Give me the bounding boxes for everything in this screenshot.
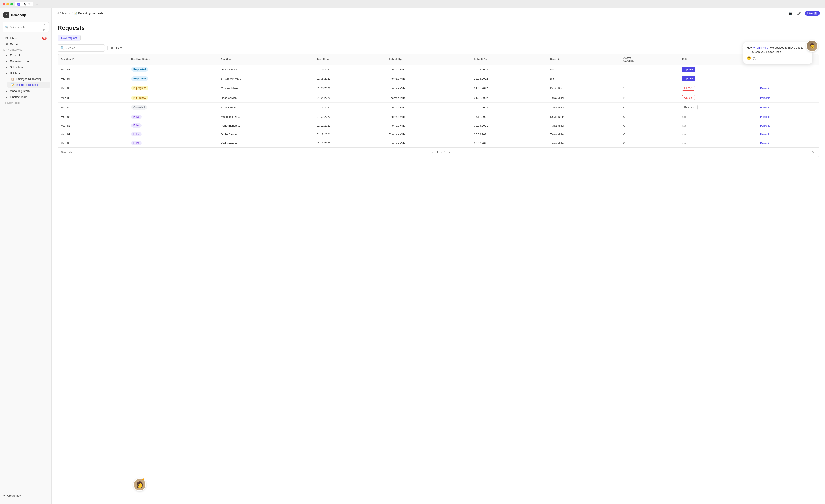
sidebar-item-general[interactable]: ▶ General	[1, 52, 50, 58]
cell-position-id: Mar_81	[58, 130, 128, 139]
cell-submit-date: 06.09.2021	[471, 121, 547, 130]
cell-position: Junior Conten...	[218, 65, 314, 74]
minimize-window-button[interactable]	[6, 3, 9, 5]
cell-active: 0	[620, 139, 679, 148]
cell-position: Content Mana...	[218, 83, 314, 93]
cell-position: Head of Mar...	[218, 93, 314, 103]
cell-start-date: 01.05.2022	[314, 74, 386, 83]
next-page-button[interactable]: ›	[447, 150, 452, 155]
table-row: Mar_86 In progress Content Mana... 01.03…	[58, 83, 819, 93]
prev-page-button[interactable]: ‹	[430, 150, 435, 155]
titlebar: U Uify ✕ +	[0, 0, 825, 8]
new-tab-button[interactable]: +	[35, 2, 39, 6]
chevron-right-icon: ▶	[5, 95, 8, 98]
pointer-icon: ▲	[141, 477, 145, 481]
breadcrumb-current-page[interactable]: 📝 Recruiting Requests	[74, 12, 103, 15]
app-layout: D Democorp ▾ 🔍 ⌘ + P ✉ Inbox 12 ⊞ Overvi…	[0, 8, 825, 504]
table-search-input[interactable]	[66, 47, 102, 50]
microphone-icon[interactable]: 🎤	[796, 10, 802, 16]
search-input[interactable]	[10, 26, 42, 29]
browser-tab[interactable]: U Uify ✕	[15, 1, 33, 6]
personio-link[interactable]: Personio	[760, 115, 770, 118]
col-submit-date: Submit Date	[471, 54, 547, 65]
new-request-button[interactable]: New request	[58, 35, 81, 41]
col-position: Position	[218, 54, 314, 65]
sidebar-item-label: General	[10, 54, 47, 57]
sidebar-item-sales-team[interactable]: ▶ Sales Team	[1, 64, 50, 70]
personio-link[interactable]: Personio	[760, 87, 770, 90]
close-window-button[interactable]	[3, 3, 5, 5]
live-button[interactable]: Live 2	[805, 11, 820, 16]
cell-personio: -	[757, 65, 819, 74]
chevron-down-icon: ▶	[5, 71, 8, 75]
sidebar-item-overview[interactable]: ⊞ Overview	[1, 41, 50, 47]
chat-text-before: Hey	[747, 46, 753, 49]
cell-start-date: 01.03.2022	[314, 83, 386, 93]
cell-submit-date: 13.03.2022	[471, 74, 547, 83]
create-new-button[interactable]: + Create new	[3, 492, 48, 499]
cell-position: Sr. Marketing ...	[218, 103, 314, 113]
cancel-button[interactable]: Cancel	[682, 95, 695, 100]
create-new-label: Create new	[7, 494, 21, 497]
personio-link[interactable]: Personio	[760, 133, 770, 136]
cell-submit-by: Thomas Miller	[386, 74, 471, 83]
sidebar-item-label: Recruiting Requests	[16, 83, 47, 86]
cell-active: -	[620, 65, 679, 74]
sidebar-item-operations-team[interactable]: ▶ Operations Team	[1, 58, 50, 64]
breadcrumb-team[interactable]: HR Team ▾	[57, 12, 70, 15]
cell-position-id: Mar_86	[58, 83, 128, 93]
cell-edit: Cancel	[679, 93, 757, 103]
personio-link[interactable]: Personio	[760, 124, 770, 127]
mention-button[interactable]: @	[753, 56, 756, 60]
table-row: Mar_84 Cancelled Sr. Marketing ... 01.04…	[58, 103, 819, 113]
sidebar-item-inbox[interactable]: ✉ Inbox 12	[1, 35, 50, 41]
filter-button[interactable]: ⚙ Filters	[107, 45, 125, 51]
cell-edit: n/a	[679, 130, 757, 139]
refresh-button[interactable]: ↻	[810, 150, 815, 155]
col-submit-by: Submit By	[386, 54, 471, 65]
personio-link[interactable]: Personio	[760, 96, 770, 99]
camera-icon[interactable]: 📷	[788, 10, 794, 16]
cell-active: 5	[620, 83, 679, 93]
cell-position-id: Mar_87	[58, 74, 128, 83]
sidebar-item-hr-team[interactable]: ▶ HR Team	[1, 70, 50, 76]
status-badge: Requested	[131, 76, 148, 81]
chat-bubble: Hey @Tanja Miller we decided to move thi…	[743, 42, 812, 64]
total-pages: 3	[444, 151, 445, 154]
breadcrumb: HR Team ▾ / 📝 Recruiting Requests	[57, 12, 103, 15]
cell-submit-by: Thomas Miller	[386, 113, 471, 121]
cell-edit: n/a	[679, 121, 757, 130]
cell-active: 0	[620, 113, 679, 121]
chat-mention[interactable]: @Tanja Miller	[753, 46, 769, 49]
quick-search[interactable]: 🔍 ⌘ + P	[3, 22, 49, 32]
table-search-box[interactable]: 🔍	[58, 45, 105, 52]
status-badge: In progress	[131, 86, 148, 90]
personio-link[interactable]: Personio	[760, 142, 770, 145]
org-switcher[interactable]: D Democorp ▾	[0, 11, 51, 19]
cell-start-date: 01.04.2022	[314, 103, 386, 113]
update-button[interactable]: Update	[682, 76, 695, 81]
resubmit-button[interactable]: Resubmit	[682, 105, 697, 110]
emoji-reaction-button[interactable]: 🙂	[747, 56, 751, 60]
cell-active: 2	[620, 93, 679, 103]
col-start-date: Start Date	[314, 54, 386, 65]
sidebar-item-label: Operations Team	[10, 60, 47, 63]
status-badge: Filled	[131, 132, 142, 136]
personio-link[interactable]: Personio	[760, 106, 770, 109]
maximize-window-button[interactable]	[10, 3, 13, 5]
live-label: Live	[807, 12, 813, 15]
sidebar-item-marketing-team[interactable]: ▶ Marketing Team	[1, 88, 50, 94]
edit-na: n/a	[682, 124, 686, 127]
sidebar-item-finance-team[interactable]: ▶ Finance Team	[1, 94, 50, 100]
cancel-button[interactable]: Cancel	[682, 85, 695, 91]
sidebar-item-employee-onboarding[interactable]: 📋 Employee Onboarding	[7, 76, 50, 82]
cell-start-date: 01.04.2022	[314, 93, 386, 103]
status-badge: Filled	[131, 115, 142, 119]
new-folder-item[interactable]: + New Folder	[1, 100, 50, 105]
live-count-badge: 2	[814, 12, 817, 15]
cell-edit: n/a	[679, 139, 757, 148]
sidebar-item-recruiting-requests[interactable]: 📝 Recruiting Requests	[7, 82, 50, 88]
update-button[interactable]: Update	[682, 67, 695, 72]
tab-close-button[interactable]: ✕	[27, 3, 30, 6]
sidebar-item-label: Marketing Team	[10, 89, 47, 92]
